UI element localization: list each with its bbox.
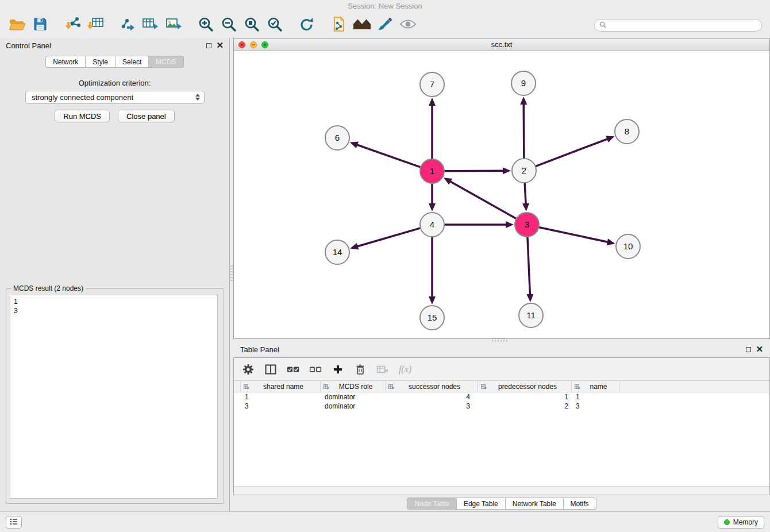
graph-node[interactable]: 3 xyxy=(515,213,539,237)
export-network-button[interactable] xyxy=(116,14,139,37)
open-session-button[interactable] xyxy=(6,14,29,37)
run-mcds-button[interactable]: Run MCDS xyxy=(55,110,110,122)
graph-node[interactable]: 4 xyxy=(420,213,444,237)
export-table-button[interactable] xyxy=(139,14,162,37)
zoom-fit-button[interactable] xyxy=(240,14,263,37)
add-column-icon[interactable] xyxy=(332,363,344,376)
graph-edge[interactable] xyxy=(536,136,615,167)
zoom-in-button[interactable] xyxy=(194,14,217,37)
tab-style[interactable]: Style xyxy=(86,56,116,68)
network-canvas[interactable]: 7968124314101511 xyxy=(234,51,769,338)
horizontal-splitter-grip[interactable] xyxy=(492,340,508,342)
table-cell[interactable]: 2 xyxy=(478,402,572,410)
maximize-window-icon[interactable] xyxy=(261,41,268,48)
column-header[interactable]: name xyxy=(572,381,620,392)
network-overview-button[interactable] xyxy=(351,14,374,37)
table-row[interactable]: 3dominator323 xyxy=(234,402,769,411)
split-table-icon[interactable] xyxy=(264,363,277,376)
mcds-result-list[interactable]: 13 xyxy=(10,295,218,499)
select-all-icon[interactable] xyxy=(287,363,299,376)
column-header[interactable]: shared name xyxy=(241,381,321,392)
export-image-button[interactable] xyxy=(162,14,185,37)
graph-edge[interactable] xyxy=(520,97,527,159)
graph-edge[interactable] xyxy=(444,221,514,228)
minimize-window-icon[interactable] xyxy=(250,41,257,48)
graph-node[interactable]: 10 xyxy=(616,234,640,259)
close-panel-icon[interactable]: ✕ xyxy=(216,42,224,49)
column-header[interactable]: MCDS role xyxy=(321,381,386,392)
graph-node[interactable]: 1 xyxy=(420,159,444,183)
tab-motifs[interactable]: Motifs xyxy=(564,498,596,510)
table-cell[interactable]: 1 xyxy=(478,393,572,401)
search-input[interactable] xyxy=(609,21,757,29)
tab-edge-table[interactable]: Edge Table xyxy=(457,498,506,510)
table-cell[interactable]: 3 xyxy=(241,402,321,410)
network-document-button[interactable] xyxy=(328,14,351,37)
graph-edge[interactable] xyxy=(539,227,615,245)
import-network-icon xyxy=(64,16,81,34)
table-cell[interactable]: 3 xyxy=(386,402,478,410)
graph-edge[interactable] xyxy=(350,142,421,167)
graph-node[interactable]: 6 xyxy=(325,126,349,150)
close-panel-button[interactable]: Close panel xyxy=(118,110,175,122)
graph-edge[interactable] xyxy=(522,183,529,211)
import-table-button[interactable] xyxy=(84,14,107,37)
graph-edge[interactable] xyxy=(429,237,436,304)
graph-node[interactable]: 7 xyxy=(420,72,444,97)
graph-node[interactable]: 14 xyxy=(325,240,349,264)
table-cell[interactable]: dominator xyxy=(321,402,386,410)
search-box[interactable] xyxy=(594,19,762,32)
column-header[interactable]: predecessor nodes xyxy=(478,381,572,392)
graph-node[interactable]: 9 xyxy=(511,71,536,95)
optimization-criterion-select[interactable]: strongly connected component xyxy=(25,91,205,104)
import-network-button[interactable] xyxy=(61,14,84,37)
table-cell[interactable]: 4 xyxy=(386,393,478,401)
apply-layout-button[interactable] xyxy=(295,14,318,37)
table-row[interactable]: 1dominator411 xyxy=(234,392,769,402)
window-titlebar: Session: New Session xyxy=(0,0,770,13)
tab-mcds[interactable]: MCDS xyxy=(149,56,183,68)
float-panel-icon[interactable] xyxy=(206,43,211,48)
memory-button[interactable]: Memory xyxy=(718,516,764,529)
delete-column-icon[interactable] xyxy=(354,363,367,376)
tab-network[interactable]: Network xyxy=(45,56,86,68)
network-window-titlebar[interactable]: scc.txt xyxy=(234,38,769,51)
status-menu-button[interactable] xyxy=(6,516,22,529)
graph-edge[interactable] xyxy=(526,237,533,302)
zoom-out-button[interactable] xyxy=(217,14,240,37)
graph-edge[interactable] xyxy=(444,178,517,218)
graph-node[interactable]: 15 xyxy=(420,306,444,330)
graph-edge[interactable] xyxy=(444,167,511,174)
delete-table-icon[interactable] xyxy=(376,363,389,376)
float-panel-icon[interactable] xyxy=(746,347,751,352)
memory-label: Memory xyxy=(733,518,758,526)
column-header[interactable]: successor nodes xyxy=(386,381,478,392)
network-graph[interactable]: 7968124314101511 xyxy=(234,51,769,338)
graph-node[interactable]: 11 xyxy=(519,303,543,327)
table-cell[interactable]: dominator xyxy=(321,393,386,401)
table-header-row: shared nameMCDS rolesuccessor nodesprede… xyxy=(234,381,769,392)
save-session-button[interactable] xyxy=(29,14,52,37)
graph-node[interactable]: 2 xyxy=(512,159,536,183)
tab-select[interactable]: Select xyxy=(116,56,149,68)
show-graphics-details-button[interactable] xyxy=(396,14,419,37)
graph-edge[interactable] xyxy=(429,98,436,159)
table-rows[interactable]: 1dominator4113dominator323 xyxy=(234,392,769,486)
zoom-selected-button[interactable] xyxy=(263,14,286,37)
table-cell[interactable]: 1 xyxy=(572,393,620,401)
close-panel-icon[interactable]: ✕ xyxy=(756,346,763,353)
table-settings-gear-icon[interactable] xyxy=(242,363,255,376)
table-cell[interactable]: 3 xyxy=(572,402,620,410)
style-brush-button[interactable] xyxy=(374,14,396,37)
close-window-icon[interactable] xyxy=(238,41,245,48)
table-cell[interactable]: 1 xyxy=(241,393,321,401)
function-builder-icon[interactable]: f(x) xyxy=(399,363,411,376)
graph-node[interactable]: 8 xyxy=(615,119,639,144)
horizontal-scrollbar[interactable] xyxy=(234,486,769,495)
tab-node-table[interactable]: Node Table xyxy=(407,498,457,510)
tab-network-table[interactable]: Network Table xyxy=(506,498,564,510)
vertical-splitter-grip[interactable] xyxy=(230,265,233,282)
graph-edge[interactable] xyxy=(429,183,436,211)
graph-edge[interactable] xyxy=(350,228,421,250)
deselect-all-icon[interactable] xyxy=(309,363,322,376)
